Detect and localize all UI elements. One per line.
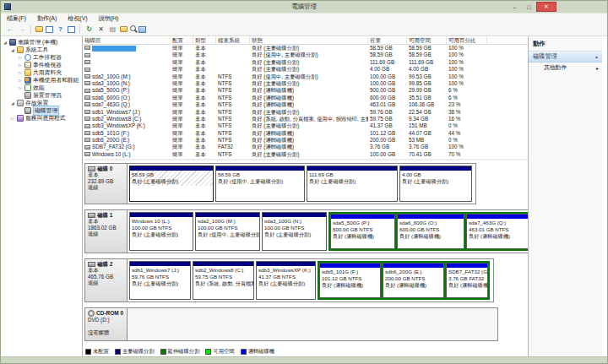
expanded-twisty-icon[interactable]: ◢ (10, 101, 15, 106)
cdrom-label[interactable]: CD-ROM 0 DVD (D:) 沒有媒體 (85, 308, 128, 340)
partition-58.59 GB[interactable]: 58.59 GB良好 (主要磁碟分割) (129, 166, 214, 202)
partition-sdb3_WindowsXP (K:)[interactable]: sdb3_WindowsXP (K:)41.37 GB NTFS良好 (主要磁碟… (256, 261, 316, 300)
volume-cell: 58.59 GB (407, 45, 447, 52)
volume-row-10[interactable]: sdb2_Windows8 (C:)簡單基本NTFS良好 (系統, 啟動, 分頁… (83, 116, 528, 122)
disk-graphical-pane: 磁碟 0基本232.89 GB連線58.59 GB良好 (主要磁碟分割)58.5… (83, 159, 528, 359)
volume-cell: 200.00 GB (368, 137, 407, 144)
volume-row-2[interactable]: 簡單基本良好 (主要磁碟分割)111.69 GB111.69 GB100 % (83, 59, 528, 66)
volume-cell: 106.36 GB (407, 101, 447, 108)
partition-sdb2_Windows8 (C:)[interactable]: sdb2_Windows8 (C:)59.75 GB NTFS良好 (系統, 啟… (193, 261, 254, 300)
sidebar-item-services-apps[interactable]: ▷服務與應用程式 (1, 114, 82, 122)
column-header-2[interactable]: 類型 (193, 36, 216, 45)
partition-sda7_463G (Q:)[interactable]: sda7_463G (Q:)463.01 GB NTFS良好 (邏輯磁碟機) (466, 214, 528, 249)
partition-sda3_100G (N:)[interactable]: sda3_100G (N:)100.00 GB NTFS良好 (主要磁碟分割) (262, 212, 327, 251)
actions-section-label: 磁碟管理 (533, 52, 557, 61)
volume-row-4[interactable]: sda2_100G (M:)簡單基本NTFS良好 (使用中, 主要磁碟分割)10… (83, 73, 528, 80)
volume-row-15[interactable]: Windows 10 (L:)簡單基本NTFS良好 (主要磁碟分割)100.00… (83, 151, 528, 158)
actions-section-disk-management[interactable]: 磁碟管理 ▲ (529, 52, 602, 62)
volume-name: sda5_500G (P:) (92, 87, 129, 93)
disk-label[interactable]: 磁碟 2基本465.76 GB連線 (85, 259, 128, 302)
partition-111.69 GB[interactable]: 111.69 GB良好 (主要磁碟分割) (307, 166, 398, 202)
more-actions-item[interactable]: 其他動作 ▸ (529, 62, 602, 73)
volume-cell: NTFS (216, 151, 250, 158)
partition-Windows 10 (L:)[interactable]: Windows 10 (L:)100.00 GB NTFS良好 (主要磁碟分割) (129, 212, 193, 251)
export-list-icon[interactable] (120, 26, 128, 32)
forward-icon[interactable] (17, 24, 26, 34)
volume-row-12[interactable]: sdb5_101G (F:)簡單基本NTFS良好 (邏輯磁碟機)101.12 G… (83, 130, 528, 137)
volume-icon (84, 81, 90, 85)
maximize-button[interactable]: □ (522, 2, 536, 12)
volume-cell: 簡單 (171, 80, 193, 87)
find-icon[interactable] (130, 25, 136, 31)
partition-sda5_500G (P:)[interactable]: sda5_500G (P:)500.00 GB NTFS良好 (邏輯磁碟機) (330, 214, 395, 249)
close-button[interactable]: ✕ (536, 2, 556, 12)
action-pane-icon[interactable] (68, 26, 75, 33)
column-header-5[interactable]: 容量 (368, 36, 407, 45)
help-topics-icon[interactable] (138, 26, 146, 33)
collapsed-twisty-icon[interactable]: ▷ (10, 116, 15, 121)
partition-SDB7_FAT32 (G:)[interactable]: SDB7_FAT32 (G:)3.76 GB FAT32良好 (邏輯磁碟機) (446, 263, 488, 298)
column-header-6[interactable]: 可用空間 (407, 36, 447, 45)
collapsed-twisty-icon[interactable]: ▷ (18, 70, 23, 75)
expanded-twisty-icon[interactable]: ◢ (10, 47, 15, 52)
partition-sdb6_200G (E:)[interactable]: sdb6_200G (E:)200.00 GB NTFS良好 (邏輯磁碟機) (383, 263, 444, 298)
partition-size: 100.00 GB NTFS (198, 225, 258, 231)
up-level-icon[interactable] (35, 26, 43, 32)
partition-sda2_100G (M:)[interactable]: sda2_100G (M:)100.00 GB NTFS良好 (使用中, 主要磁… (195, 212, 260, 251)
disk-label[interactable]: 磁碟 1基本1863.02 GB連線 (85, 210, 128, 253)
legend-label: 延伸磁碟分割 (168, 348, 200, 356)
expanded-twisty-icon[interactable]: ◢ (3, 40, 8, 45)
collapsed-twisty-icon[interactable]: ▷ (18, 78, 23, 83)
volume-cell: 53 MB (407, 137, 447, 144)
column-header-0[interactable]: 磁碟區 (83, 36, 171, 45)
collapsed-twisty-icon[interactable]: ▷ (18, 85, 23, 90)
volume-row-13[interactable]: sdb6_200G (E:)簡單基本NTFS良好 (邏輯磁碟機)200.00 G… (83, 137, 528, 144)
volume-cell: 600.00 GB (368, 95, 407, 101)
menu-item-1[interactable]: 動作(A) (37, 14, 57, 23)
partition-4.00 GB[interactable]: 4.00 GB良好 (主要磁碟分割) (399, 166, 472, 202)
volume-row-11[interactable]: sdb3_WindowsXP (K:)簡單基本NTFS良好 (主要磁碟分割)41… (83, 122, 528, 129)
volume-row-8[interactable]: sda7_463G (Q:)簡單基本NTFS良好 (邏輯磁碟機)463.01 G… (83, 101, 528, 108)
menu-item-0[interactable]: 檔案(F) (7, 14, 26, 23)
minimize-button[interactable]: – (508, 2, 522, 12)
legend-color-swatch (241, 349, 247, 355)
volume-row-1[interactable]: 簡單基本良好 (使用中, 主要磁碟分割)58.59 GB58.59 GB100 … (83, 52, 528, 58)
partition-sdb1_Windows7 (J:)[interactable]: sdb1_Windows7 (J:)59.76 GB NTFS良好 (主要磁碟分… (129, 261, 191, 300)
shared-folders-icon (24, 69, 31, 76)
help-icon[interactable] (56, 24, 65, 34)
volume-row-5[interactable]: sda3_100G (N:)簡單基本NTFS良好 (主要磁碟分割)100.00 … (83, 80, 528, 87)
partition-status: 良好 (主要磁碟分割) (132, 178, 211, 185)
volume-row-3[interactable]: 簡單基本良好 (主要磁碟分割)4.00 GB4.00 GB100 % (83, 66, 528, 73)
delete-icon[interactable] (96, 24, 106, 34)
menu-item-2[interactable]: 檢視(V) (68, 14, 87, 23)
partition-sda6_600G (O:)[interactable]: sda6_600G (O:)600.00 GB NTFS良好 (邏輯磁碟機) (397, 214, 464, 249)
volume-row-6[interactable]: sda5_500G (P:)簡單基本NTFS良好 (邏輯磁碟機)500.00 G… (83, 87, 528, 94)
column-header-1[interactable]: 配置 (171, 36, 193, 45)
console-tree-icon[interactable] (46, 26, 53, 33)
disk-id-line: 磁碟 1 (88, 212, 127, 218)
collapsed-twisty-icon[interactable]: ▷ (18, 62, 23, 68)
column-header-4[interactable]: 狀態 (250, 36, 368, 45)
volume-row-7[interactable]: sda6_600G (O:)簡單基本NTFS良好 (邏輯磁碟機)600.00 G… (83, 95, 528, 101)
volume-cell: 簡單 (171, 122, 193, 129)
device-manager-icon (24, 92, 31, 99)
chevron-up-icon[interactable]: ▲ (594, 54, 599, 59)
volume-cell (83, 45, 171, 52)
properties-icon[interactable] (108, 24, 117, 34)
disk-label[interactable]: 磁碟 0基本232.89 GB連線 (85, 164, 128, 204)
partition-sdb5_101G (F:)[interactable]: sdb5_101G (F:)101.12 GB NTFS良好 (邏輯磁碟機) (319, 263, 381, 298)
menu-item-3[interactable]: 說明(H) (99, 14, 119, 23)
local-users-icon (24, 77, 31, 84)
volume-cell: 100.00 GB (368, 151, 407, 158)
back-icon[interactable] (5, 24, 14, 34)
partition-status: 良好 (系統, 啟動, 分頁檔案, 使用中, 損毀傾印, 主要磁碟分割) (195, 280, 252, 287)
partition-size: 59.76 GB NTFS (132, 274, 188, 280)
column-header-3[interactable]: 檔案系統 (216, 36, 250, 45)
collapsed-twisty-icon[interactable]: ▷ (18, 55, 23, 60)
partition-58.59 GB[interactable]: 58.59 GB良好 (使用中, 主要磁碟分割) (215, 166, 305, 202)
volume-row-0[interactable]: 簡單基本良好 (主要磁碟分割)58.59 GB58.59 GB100 % (83, 45, 528, 52)
column-header-7[interactable]: 可用百分比 (447, 36, 487, 45)
volume-row-9[interactable]: sdb1_Windows7 (J:)簡單基本NTFS良好 (主要磁碟分割)59.… (83, 109, 528, 116)
volume-row-14[interactable]: SDB7_FAT32 (G:)簡單基本FAT32良好 (邏輯磁碟機)3.76 G… (83, 144, 528, 150)
refresh-icon[interactable] (84, 24, 94, 34)
